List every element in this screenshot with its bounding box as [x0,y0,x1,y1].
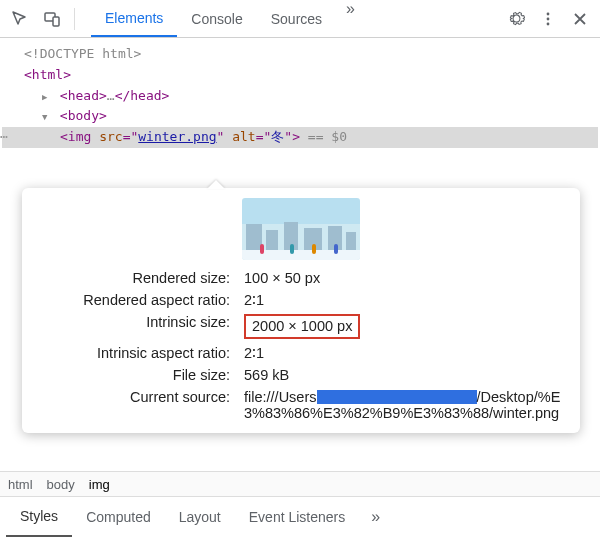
tab-event-listeners[interactable]: Event Listeners [235,497,360,537]
svg-point-3 [547,17,550,20]
panel-tabs: Elements Console Sources » [91,0,365,37]
src-link[interactable]: winter.png [138,129,216,144]
img-element-line[interactable]: ⋯ <img src="winter.png" alt="冬"> == $0 [2,127,598,148]
intrinsic-size-value: 2000 × 1000 px [244,314,562,339]
tab-layout[interactable]: Layout [165,497,235,537]
tab-styles[interactable]: Styles [6,497,72,537]
image-thumbnail [242,198,360,260]
tab-console[interactable]: Console [177,0,256,37]
svg-point-4 [547,22,550,25]
expand-icon[interactable] [42,86,52,107]
rendered-ratio-label: Rendered aspect ratio: [40,292,230,308]
file-size-value: 569 kB [244,367,562,383]
crumb-img[interactable]: img [89,477,110,492]
image-info-popup: Rendered size: 100 × 50 px Rendered aspe… [22,188,580,433]
body-open[interactable]: <body> [2,106,598,127]
intrinsic-size-label: Intrinsic size: [40,314,230,339]
dom-tree[interactable]: <!DOCTYPE html> <html> <head>…</head> <b… [0,38,600,148]
crumb-body[interactable]: body [47,477,75,492]
crumb-html[interactable]: html [8,477,33,492]
doctype-line[interactable]: <!DOCTYPE html> [2,44,598,65]
device-toggle-icon[interactable] [38,5,66,33]
current-source-label: Current source: [40,389,230,421]
redacted-path [317,390,477,404]
breadcrumb: html body img [0,471,600,497]
intrinsic-ratio-value: 2∶1 [244,345,562,361]
tab-elements[interactable]: Elements [91,0,177,37]
tab-computed[interactable]: Computed [72,497,165,537]
more-bottom-tabs-icon[interactable]: » [359,508,392,526]
kebab-icon[interactable] [534,5,562,33]
collapse-icon[interactable] [42,106,52,127]
current-source-value[interactable]: file:///Users/Desktop/%E3%83%86%E3%82%B9… [244,389,562,421]
rendered-ratio-value: 2∶1 [244,292,562,308]
intrinsic-ratio-label: Intrinsic aspect ratio: [40,345,230,361]
more-tabs-icon[interactable]: » [336,0,365,37]
styles-tabbar: Styles Computed Layout Event Listeners » [0,497,600,537]
svg-point-2 [547,12,550,15]
html-open[interactable]: <html> [2,65,598,86]
gear-icon[interactable] [502,5,530,33]
svg-rect-1 [53,17,59,26]
close-icon[interactable] [566,5,594,33]
rendered-size-label: Rendered size: [40,270,230,286]
devtools-toolbar: Elements Console Sources » [0,0,600,38]
rendered-size-value: 100 × 50 px [244,270,562,286]
inspect-icon[interactable] [6,5,34,33]
tab-sources[interactable]: Sources [257,0,336,37]
gutter-dots-icon[interactable]: ⋯ [0,127,8,148]
divider [74,8,75,30]
file-size-label: File size: [40,367,230,383]
head-line[interactable]: <head>…</head> [2,86,598,107]
